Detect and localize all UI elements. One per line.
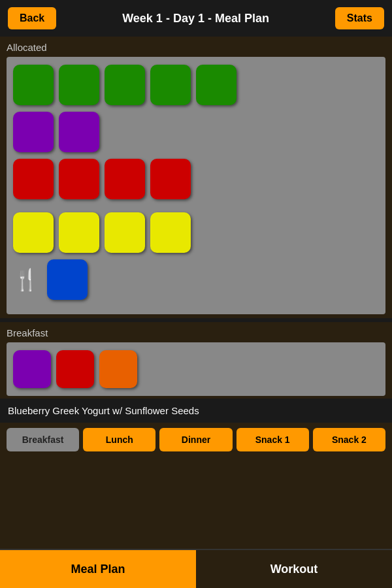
breakfast-block-red[interactable] <box>56 350 94 388</box>
block-green-4[interactable] <box>150 65 191 105</box>
meal-name-bar: Blueberry Greek Yogurt w/ Sunflower Seed… <box>0 399 392 423</box>
block-red-4[interactable] <box>150 159 191 199</box>
block-yellow-1[interactable] <box>13 212 54 253</box>
block-purple-2[interactable] <box>59 112 99 152</box>
allocated-grid: 🍴 <box>7 57 385 314</box>
block-green-3[interactable] <box>105 65 145 105</box>
block-green-2[interactable] <box>59 65 99 105</box>
yellow-block-row <box>13 212 379 253</box>
meal-tabs: Breakfast Lunch Dinner Snack 1 Snack 2 <box>0 423 392 457</box>
breakfast-section: Breakfast <box>0 322 392 399</box>
tab-snack1[interactable]: Snack 1 <box>237 428 309 451</box>
block-green-1[interactable] <box>13 65 54 105</box>
green-block-row <box>13 65 379 105</box>
fork-icon: 🍴 <box>13 267 39 292</box>
block-yellow-4[interactable] <box>150 212 191 253</box>
breakfast-block-orange[interactable] <box>99 350 137 388</box>
block-yellow-2[interactable] <box>59 212 99 253</box>
block-red-2[interactable] <box>59 159 99 199</box>
tab-snack2[interactable]: Snack 2 <box>313 428 385 451</box>
red-block-row <box>13 159 379 199</box>
bottom-nav: Meal Plan Workout <box>0 549 392 588</box>
stats-button[interactable]: Stats <box>335 7 384 29</box>
block-green-5[interactable] <box>196 65 237 105</box>
allocated-label: Allocated <box>7 42 385 53</box>
breakfast-grid <box>7 342 385 396</box>
tab-dinner[interactable]: Dinner <box>159 428 232 451</box>
app-header: Back Week 1 - Day 1 - Meal Plan Stats <box>0 0 392 37</box>
nav-workout-button[interactable]: Workout <box>196 550 392 588</box>
allocated-section: Allocated <box>0 37 392 318</box>
tab-breakfast[interactable]: Breakfast <box>7 428 79 451</box>
back-button[interactable]: Back <box>8 7 56 29</box>
misc-block-row: 🍴 <box>13 259 379 300</box>
block-yellow-3[interactable] <box>105 212 145 253</box>
block-red-3[interactable] <box>105 159 145 199</box>
nav-meal-plan-button[interactable]: Meal Plan <box>0 550 196 588</box>
block-red-1[interactable] <box>13 159 54 199</box>
block-purple-1[interactable] <box>13 112 54 152</box>
breakfast-block-purple[interactable] <box>13 350 51 388</box>
purple-block-row <box>13 112 379 152</box>
tab-lunch[interactable]: Lunch <box>83 428 155 451</box>
block-blue-1[interactable] <box>47 259 88 300</box>
breakfast-section-label: Breakfast <box>7 327 385 338</box>
page-title: Week 1 - Day 1 - Meal Plan <box>122 12 269 25</box>
